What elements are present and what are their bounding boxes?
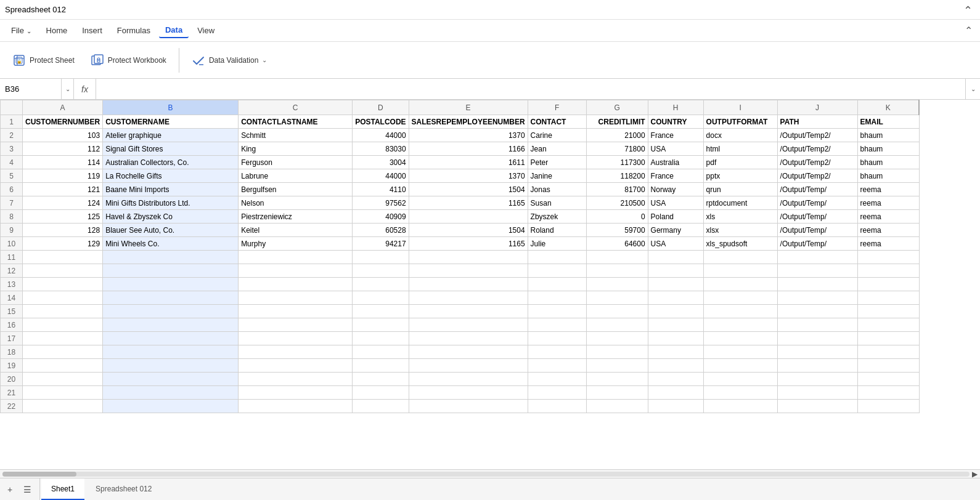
menu-insert[interactable]: Insert (76, 23, 108, 38)
empty-cell-14-0[interactable] (23, 291, 103, 305)
empty-cell-11-4[interactable] (409, 251, 528, 264)
cell-C1[interactable]: CONTACTLASTNAME (239, 115, 353, 129)
cell-J5[interactable]: /Output/Temp2/ (777, 169, 857, 183)
col-header-K[interactable]: K (857, 100, 919, 115)
empty-cell-18-3[interactable] (353, 345, 409, 359)
cell-H6[interactable]: Norway (648, 183, 703, 196)
cell-E10[interactable]: 1165 (409, 237, 528, 251)
empty-cell-13-1[interactable] (103, 278, 239, 291)
cell-A7[interactable]: 124 (23, 196, 103, 210)
cell-E5[interactable]: 1370 (409, 169, 528, 183)
cell-K1[interactable]: EMAIL (857, 115, 919, 129)
cell-K2[interactable]: bhaum (857, 129, 919, 142)
protect-workbook-button[interactable]: Protect Workbook (83, 49, 174, 72)
cell-B9[interactable]: Blauer See Auto, Co. (103, 224, 239, 237)
empty-cell-14-3[interactable] (353, 291, 409, 305)
empty-cell-20-6[interactable] (586, 373, 648, 386)
cell-D10[interactable]: 94217 (353, 237, 409, 251)
empty-cell-20-5[interactable] (528, 373, 586, 386)
formula-bar-expand[interactable]: ⌄ (965, 79, 980, 99)
empty-cell-20-8[interactable] (703, 373, 777, 386)
empty-cell-16-8[interactable] (703, 318, 777, 332)
cell-K6[interactable]: reema (857, 183, 919, 196)
empty-cell-15-3[interactable] (353, 305, 409, 318)
cell-I3[interactable]: html (703, 142, 777, 156)
col-header-E[interactable]: E (409, 100, 528, 115)
empty-cell-22-2[interactable] (239, 400, 353, 413)
empty-cell-18-4[interactable] (409, 345, 528, 359)
empty-cell-12-4[interactable] (409, 264, 528, 278)
menu-view[interactable]: View (191, 23, 221, 38)
cell-B4[interactable]: Australian Collectors, Co. (103, 156, 239, 169)
col-header-G[interactable]: G (586, 100, 648, 115)
cell-I5[interactable]: pptx (703, 169, 777, 183)
empty-cell-13-0[interactable] (23, 278, 103, 291)
cell-E8[interactable] (409, 210, 528, 224)
cell-F7[interactable]: Susan (528, 196, 586, 210)
empty-cell-20-9[interactable] (777, 373, 857, 386)
cell-B7[interactable]: Mini Gifts Distributors Ltd. (103, 196, 239, 210)
empty-cell-20-0[interactable] (23, 373, 103, 386)
cell-J7[interactable]: /Output/Temp/ (777, 196, 857, 210)
cell-F1[interactable]: CONTACT (528, 115, 586, 129)
empty-cell-15-4[interactable] (409, 305, 528, 318)
empty-cell-12-6[interactable] (586, 264, 648, 278)
cell-D3[interactable]: 83030 (353, 142, 409, 156)
empty-cell-13-5[interactable] (528, 278, 586, 291)
empty-cell-12-7[interactable] (648, 264, 703, 278)
cell-G5[interactable]: 118200 (586, 169, 648, 183)
cell-B8[interactable]: Havel & Zbyszek Co (103, 210, 239, 224)
empty-cell-11-10[interactable] (857, 251, 919, 264)
col-header-C[interactable]: C (239, 100, 353, 115)
empty-cell-20-7[interactable] (648, 373, 703, 386)
empty-cell-21-7[interactable] (648, 386, 703, 400)
empty-cell-11-2[interactable] (239, 251, 353, 264)
cell-B3[interactable]: Signal Gift Stores (103, 142, 239, 156)
empty-cell-21-4[interactable] (409, 386, 528, 400)
empty-cell-22-6[interactable] (586, 400, 648, 413)
empty-cell-12-2[interactable] (239, 264, 353, 278)
sheet-menu-button[interactable]: ☰ (20, 482, 35, 497)
empty-cell-20-1[interactable] (103, 373, 239, 386)
empty-cell-18-1[interactable] (103, 345, 239, 359)
empty-cell-22-3[interactable] (353, 400, 409, 413)
empty-cell-11-0[interactable] (23, 251, 103, 264)
cell-G6[interactable]: 81700 (586, 183, 648, 196)
empty-cell-11-5[interactable] (528, 251, 586, 264)
empty-cell-12-8[interactable] (703, 264, 777, 278)
cell-A10[interactable]: 129 (23, 237, 103, 251)
empty-cell-11-6[interactable] (586, 251, 648, 264)
empty-cell-13-4[interactable] (409, 278, 528, 291)
empty-cell-14-6[interactable] (586, 291, 648, 305)
empty-cell-14-2[interactable] (239, 291, 353, 305)
empty-cell-14-1[interactable] (103, 291, 239, 305)
menu-data[interactable]: Data (159, 23, 189, 38)
menu-file[interactable]: File ⌄ (5, 23, 38, 38)
cell-E6[interactable]: 1504 (409, 183, 528, 196)
cell-C2[interactable]: Schmitt (239, 129, 353, 142)
cell-G9[interactable]: 59700 (586, 224, 648, 237)
empty-cell-16-4[interactable] (409, 318, 528, 332)
empty-cell-19-10[interactable] (857, 359, 919, 373)
cell-I8[interactable]: xls (703, 210, 777, 224)
empty-cell-22-8[interactable] (703, 400, 777, 413)
protect-sheet-button[interactable]: 🔒 Protect Sheet (5, 49, 82, 72)
formula-input[interactable] (96, 79, 965, 99)
cell-B1[interactable]: CUSTOMERNAME (103, 115, 239, 129)
empty-cell-22-1[interactable] (103, 400, 239, 413)
cell-K3[interactable]: bhaum (857, 142, 919, 156)
cell-G3[interactable]: 71800 (586, 142, 648, 156)
minimize-button[interactable]: ⌃ (963, 4, 973, 17)
cell-J6[interactable]: /Output/Temp/ (777, 183, 857, 196)
cell-H3[interactable]: USA (648, 142, 703, 156)
empty-cell-21-5[interactable] (528, 386, 586, 400)
cell-B5[interactable]: La Rochelle Gifts (103, 169, 239, 183)
empty-cell-18-7[interactable] (648, 345, 703, 359)
empty-cell-11-7[interactable] (648, 251, 703, 264)
empty-cell-21-10[interactable] (857, 386, 919, 400)
empty-cell-18-5[interactable] (528, 345, 586, 359)
empty-cell-18-8[interactable] (703, 345, 777, 359)
empty-cell-22-5[interactable] (528, 400, 586, 413)
empty-cell-19-9[interactable] (777, 359, 857, 373)
add-sheet-button[interactable]: + (2, 482, 17, 497)
